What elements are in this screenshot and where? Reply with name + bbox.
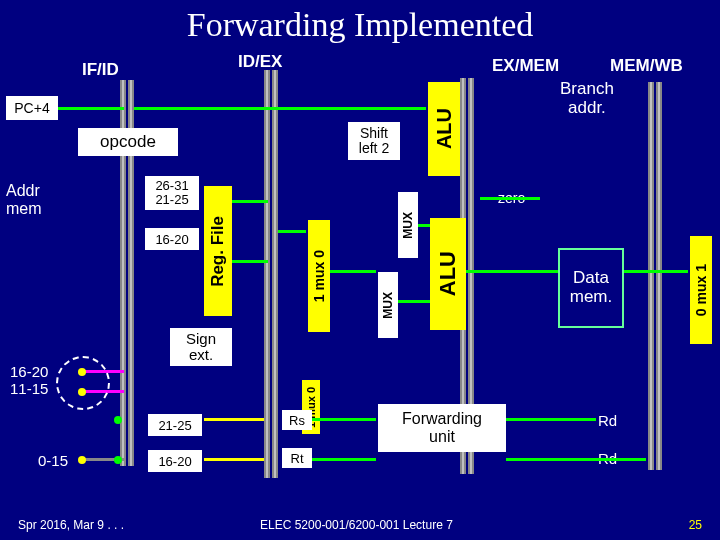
rs-label: Rs [289, 413, 305, 428]
addrmem-label: Addr mem [6, 182, 42, 217]
wire-pc4 [58, 107, 124, 110]
branch-label: Branch addr. [560, 80, 614, 117]
datamem-label: Data mem. [570, 269, 613, 306]
rt-label: Rt [291, 451, 304, 466]
pipereg-memwb [648, 82, 654, 470]
wire-rs [204, 418, 264, 421]
field-16-20b: 16-20 [148, 450, 202, 472]
fwd-unit: Forwarding unit [378, 404, 506, 452]
rs-box: Rs [282, 410, 312, 430]
dot-d [114, 416, 122, 424]
wire-a [278, 230, 306, 233]
wire-c [418, 224, 430, 227]
f1620: 16-20 [155, 232, 188, 247]
footer-center: ELEC 5200-001/6200-001 Lecture 7 [260, 518, 453, 532]
f2125s: 21-25 [158, 418, 191, 433]
dot-e [114, 456, 122, 464]
fwd-label: Forwarding unit [402, 410, 482, 445]
shift-box: Shift left 2 [348, 122, 400, 160]
wire-d [398, 300, 430, 303]
stage-idex: ID/EX [238, 52, 282, 72]
datamem-box: Data mem. [558, 248, 624, 328]
field-16-20: 16-20 [145, 228, 199, 250]
mux-top: MUX [398, 192, 418, 258]
field-21-25s: 21-25 [148, 414, 202, 436]
wire-pc4-b [134, 107, 426, 110]
pipereg-idex-2 [272, 70, 278, 478]
footer-left: Spr 2016, Mar 9 . . . [18, 518, 124, 532]
alu-top: ALU [428, 82, 460, 176]
onemux0-label: 1 mux 0 [311, 250, 327, 302]
pc4-box: PC+4 [6, 96, 58, 120]
dot-c [78, 456, 86, 464]
zeromux1-label: 0 mux 1 [693, 264, 709, 316]
wire-rt2 [312, 458, 376, 461]
field-0-15: 0-15 [38, 452, 68, 469]
wire-zero [480, 197, 540, 200]
alu-top-label: ALU [433, 108, 456, 149]
slide-title: Forwarding Implemented [0, 0, 720, 44]
signext-label: Sign ext. [186, 331, 216, 364]
pc4-label: PC+4 [14, 100, 49, 116]
wire-mem-out [624, 270, 688, 273]
wire-rt [204, 458, 264, 461]
alu-main-label: ALU [435, 251, 461, 296]
rt-box: Rt [282, 448, 312, 468]
f2125: 21-25 [155, 193, 188, 207]
stage-exmem: EX/MEM [492, 56, 559, 76]
wire-rs2 [312, 418, 376, 421]
stage-memwb: MEM/WB [610, 56, 683, 76]
mux-bot-label: MUX [381, 292, 395, 319]
opcode-box: opcode [78, 128, 178, 156]
field-16-20-11-15: 16-20 11-15 [10, 364, 48, 397]
pipereg-memwb-2 [656, 82, 662, 470]
f1620s: 16-20 [10, 363, 48, 380]
regfile-label: Reg. File [208, 216, 228, 287]
wire-alu-out [466, 270, 558, 273]
f1115: 11-15 [10, 380, 48, 397]
mux-top-label: MUX [401, 212, 415, 239]
footer-right: 25 [689, 518, 702, 532]
onemux0-tall: 1 mux 0 [308, 220, 330, 332]
wire-b [330, 270, 376, 273]
mux-bot: MUX [378, 272, 398, 338]
zeromux1: 0 mux 1 [690, 236, 712, 344]
f2631: 26-31 [155, 179, 188, 193]
alu-main: ALU [430, 218, 466, 330]
wire-rf2 [232, 260, 268, 263]
dashed-highlight [56, 356, 110, 410]
stage-ifid: IF/ID [82, 60, 119, 80]
regfile-box: Reg. File [204, 186, 232, 316]
signext-box: Sign ext. [170, 328, 232, 366]
rd1-label: Rd [598, 412, 617, 429]
wire-rf1 [232, 200, 268, 203]
wire-rd-b [506, 458, 646, 461]
wire-rd-a [506, 418, 596, 421]
field-26-31-21-25: 26-31 21-25 [145, 176, 199, 210]
pipereg-idex [264, 70, 270, 478]
shift-label: Shift left 2 [359, 126, 389, 157]
f1620b: 16-20 [158, 454, 191, 469]
opcode-label: opcode [100, 132, 156, 152]
